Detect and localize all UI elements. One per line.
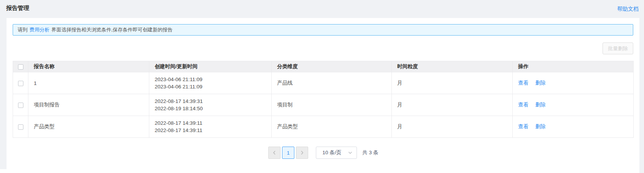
row-checkbox[interactable]	[18, 103, 23, 108]
page-title: 报告管理	[6, 5, 29, 12]
banner-text-prefix: 请到	[18, 27, 28, 33]
table-row: 项目制报告 2022-08-17 14:39:31 2022-08-19 18:…	[13, 94, 634, 116]
help-doc-link[interactable]: 帮助文档	[617, 6, 639, 13]
delete-link[interactable]: 删除	[535, 102, 546, 108]
column-header-time: 创建时间/更新时间	[149, 61, 272, 72]
chevron-down-icon	[348, 151, 352, 154]
table-row: 1 2023-04-06 21:11:09 2023-04-06 21:11:0…	[13, 72, 634, 94]
granularity-cell: 月	[392, 94, 513, 116]
column-header-dimension: 分类维度	[272, 61, 392, 72]
dimension-cell: 产品线	[272, 72, 392, 94]
granularity-cell: 月	[392, 116, 513, 138]
created-time: 2022-08-17 14:39:31	[155, 98, 271, 105]
chevron-left-icon	[272, 150, 276, 155]
banner-text-suffix: 界面选择报告相关浏览条件,保存条件即可创建新的报告	[51, 27, 173, 33]
row-checkbox[interactable]	[18, 124, 23, 130]
actions-cell: 查看 删除	[513, 72, 634, 94]
dimension-cell: 项目制	[272, 94, 392, 116]
actions-cell: 查看 删除	[513, 94, 634, 116]
updated-time: 2022-08-17 14:39:11	[155, 127, 271, 134]
view-link[interactable]: 查看	[518, 102, 528, 108]
content-panel: 请到费用分析界面选择报告相关浏览条件,保存条件即可创建新的报告 批量删除 报告名…	[7, 18, 639, 169]
view-link[interactable]: 查看	[518, 124, 528, 129]
created-time: 2022-08-17 14:39:11	[155, 119, 271, 127]
updated-time: 2022-08-19 18:14:50	[155, 105, 271, 112]
time-cell: 2022-08-17 14:39:11 2022-08-17 14:39:11	[149, 116, 272, 138]
column-header-name: 报告名称	[28, 61, 149, 72]
page-size-value: 10 条/页	[322, 149, 342, 156]
chevron-right-icon	[300, 150, 304, 155]
select-all-checkbox[interactable]	[18, 64, 23, 70]
report-table: 报告名称 创建时间/更新时间 分类维度 时间粒度 操作 1 2023-04-06…	[13, 61, 634, 138]
column-header-actions: 操作	[513, 61, 634, 72]
table-row: 产品类型 2022-08-17 14:39:11 2022-08-17 14:3…	[13, 116, 634, 138]
info-banner: 请到费用分析界面选择报告相关浏览条件,保存条件即可创建新的报告	[13, 24, 633, 36]
pagination-next-button[interactable]	[296, 147, 308, 159]
delete-link[interactable]: 删除	[535, 124, 546, 129]
delete-link[interactable]: 删除	[535, 80, 546, 86]
page-size-select[interactable]: 10 条/页	[316, 147, 357, 159]
updated-time: 2023-04-06 21:11:09	[155, 83, 271, 90]
report-name-cell: 项目制报告	[28, 94, 149, 116]
view-link[interactable]: 查看	[518, 80, 528, 86]
pagination-page-1[interactable]: 1	[282, 147, 294, 159]
dimension-cell: 产品类型	[272, 116, 392, 138]
created-time: 2023-04-06 21:11:09	[155, 76, 271, 83]
top-bar: 报告管理 帮助文档	[0, 0, 644, 18]
granularity-cell: 月	[392, 72, 513, 94]
actions-cell: 查看 删除	[513, 116, 634, 138]
row-checkbox[interactable]	[18, 81, 23, 86]
column-header-granularity: 时间粒度	[392, 61, 513, 72]
time-cell: 2023-04-06 21:11:09 2023-04-06 21:11:09	[149, 72, 272, 94]
table-header-row: 报告名称 创建时间/更新时间 分类维度 时间粒度 操作	[13, 61, 634, 72]
expense-analysis-link[interactable]: 费用分析	[30, 27, 50, 33]
pagination-total: 共 3 条	[362, 149, 378, 156]
pagination-prev-button[interactable]	[268, 147, 281, 159]
report-name-cell: 产品类型	[28, 116, 149, 138]
batch-delete-button[interactable]: 批量删除	[603, 42, 633, 54]
time-cell: 2022-08-17 14:39:31 2022-08-19 18:14:50	[149, 94, 272, 116]
report-name-cell: 1	[28, 72, 149, 94]
pagination: 1 10 条/页 共 3 条	[13, 147, 633, 159]
scrollbar-track[interactable]	[639, 0, 644, 173]
